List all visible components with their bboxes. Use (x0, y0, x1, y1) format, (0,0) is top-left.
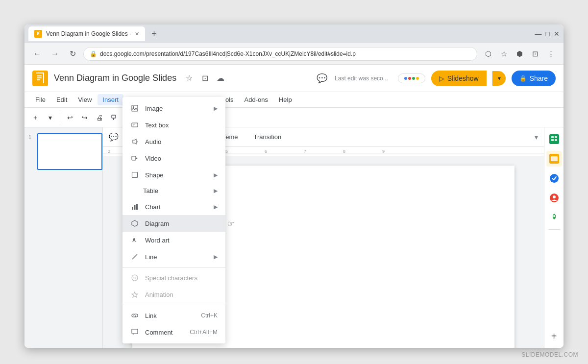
insert-line-item[interactable]: Line ▶ (122, 248, 225, 265)
insert-audio-item[interactable]: Audio (122, 133, 225, 150)
menu-view[interactable]: View (73, 94, 97, 105)
watermark: SLIDEMODEL.COM (521, 351, 578, 358)
sidebar-divider (548, 229, 560, 230)
cursor-pointer: ☞ (227, 219, 234, 228)
menu-insert[interactable]: Insert (98, 94, 123, 105)
star-icon[interactable]: ☆ (182, 72, 196, 85)
svg-rect-40 (132, 172, 138, 178)
share-button[interactable]: 🔒 Share (512, 71, 556, 86)
insert-chart-item[interactable]: Chart ▶ (122, 198, 225, 215)
browser-tab[interactable]: Venn Diagram in Google Slides · ✕ (28, 26, 145, 41)
bookmark-icon[interactable]: ☆ (497, 47, 511, 61)
insert-comment-item[interactable]: Comment Ctrl+Alt+M (122, 324, 225, 340)
paint-format-button[interactable] (107, 111, 121, 124)
collapse-panel-button[interactable]: ▾ (535, 133, 538, 141)
svg-rect-3 (37, 33, 39, 34)
svg-rect-4 (37, 34, 38, 35)
cloud-icon[interactable]: ☁ (214, 72, 227, 85)
toolbar-divider-1 (60, 113, 60, 122)
svg-text:9: 9 (382, 149, 385, 154)
insert-link-item[interactable]: Link Ctrl+K (122, 307, 225, 324)
tasks-icon[interactable] (546, 170, 562, 186)
shape-label: Shape (145, 171, 208, 179)
browser-window: Venn Diagram in Google Slides · ✕ + — □ … (24, 24, 564, 348)
textbox-label: Text box (145, 121, 218, 129)
slide-thumbnail[interactable] (37, 133, 102, 170)
svg-rect-23 (551, 136, 554, 138)
forward-button[interactable]: → (48, 47, 62, 61)
comment-icon[interactable]: 💬 (109, 132, 119, 142)
svg-rect-26 (555, 139, 557, 141)
menu-divider-2 (122, 305, 225, 305)
print-button[interactable]: 🖨 (93, 111, 106, 124)
insert-table-item[interactable]: Table ▶ (122, 183, 225, 198)
wordart-label: Word art (145, 237, 218, 244)
slideshow-dropdown-button[interactable]: ▾ (492, 71, 506, 86)
chat-icon[interactable]: 💬 (315, 72, 329, 85)
svg-rect-8 (37, 77, 42, 78)
close-window-button[interactable]: ✕ (554, 30, 560, 38)
image-icon (130, 104, 139, 113)
menu-file[interactable]: File (30, 94, 50, 105)
insert-video-item[interactable]: Video (122, 150, 225, 167)
svg-point-31 (553, 195, 556, 198)
audio-icon (130, 137, 139, 146)
back-button[interactable]: ← (30, 47, 44, 61)
link-shortcut: Ctrl+K (201, 312, 218, 319)
maps-icon[interactable] (546, 210, 562, 225)
drive-icon[interactable]: ⊡ (198, 72, 212, 85)
insert-textbox-item[interactable]: T Text box (122, 117, 225, 133)
insert-image-item[interactable]: Image ▶ (122, 100, 225, 117)
menu-help[interactable]: Help (274, 94, 297, 105)
menu-edit[interactable]: Edit (51, 94, 72, 105)
slide-number: 1 (28, 134, 34, 140)
transition-button[interactable]: Transition (248, 131, 288, 143)
table-arrow: ▶ (214, 188, 218, 194)
header-icons: ☆ ⊡ ☁ (182, 72, 227, 85)
url-bar[interactable]: 🔒 docs.google.com/presentation/d/197Cas6… (83, 47, 477, 61)
menu-icon[interactable]: ⋮ (544, 47, 558, 61)
new-tab-button[interactable]: + (147, 27, 161, 41)
address-bar: ← → ↻ 🔒 docs.google.com/presentation/d/1… (24, 43, 564, 65)
svg-rect-33 (132, 105, 138, 111)
sheets-icon[interactable] (546, 131, 562, 147)
profile-icon[interactable]: ⊡ (528, 47, 542, 61)
svg-point-32 (553, 215, 555, 217)
undo-button[interactable]: ↩ (63, 111, 77, 124)
tab-title: Venn Diagram in Google Slides · (46, 30, 131, 37)
refresh-button[interactable]: ↻ (66, 47, 79, 61)
insert-animation-item: Animation (122, 286, 225, 303)
image-arrow: ▶ (214, 105, 218, 112)
contacts-icon[interactable] (546, 190, 562, 206)
line-label: Line (145, 253, 208, 261)
last-edit-text: Last edit was seco... (335, 75, 388, 82)
slideshow-button[interactable]: ▷ Slideshow (431, 71, 487, 86)
svg-point-29 (550, 174, 559, 183)
svg-rect-41 (132, 207, 133, 210)
maximize-button[interactable]: □ (546, 30, 550, 38)
menu-addons[interactable]: Add-ons (240, 94, 273, 105)
right-sidebar: + (544, 127, 564, 348)
slides-icon[interactable] (546, 151, 562, 167)
add-slide-arrow[interactable]: ▾ (43, 111, 57, 124)
meet-button[interactable] (398, 73, 425, 83)
toolbar: + ▾ ↩ ↪ 🖨 (24, 108, 564, 127)
redo-button[interactable]: ↪ (78, 111, 92, 124)
menu-divider-1 (122, 267, 225, 267)
app-title: Venn Diagram in Google Slides (54, 73, 176, 83)
insert-diagram-item[interactable]: Diagram ☞ (122, 215, 225, 232)
insert-wordart-item[interactable]: A Word art (122, 232, 225, 248)
svg-point-34 (133, 106, 134, 108)
line-arrow: ▶ (214, 254, 218, 260)
extensions-icon[interactable]: ⬢ (513, 47, 526, 61)
insert-shape-item[interactable]: Shape ▶ (122, 167, 225, 183)
add-slide-button[interactable]: + (28, 111, 42, 124)
url-text: docs.google.com/presentation/d/197Cas6Il… (100, 50, 356, 57)
minimize-button[interactable]: — (535, 30, 542, 38)
diagram-label: Diagram (145, 220, 218, 227)
svg-rect-28 (551, 156, 558, 161)
slide-panel: 1 (24, 127, 103, 348)
close-tab-button[interactable]: ✕ (135, 31, 139, 37)
add-sidebar-icon[interactable]: + (546, 328, 562, 344)
cast-icon[interactable]: ⬡ (481, 47, 495, 61)
